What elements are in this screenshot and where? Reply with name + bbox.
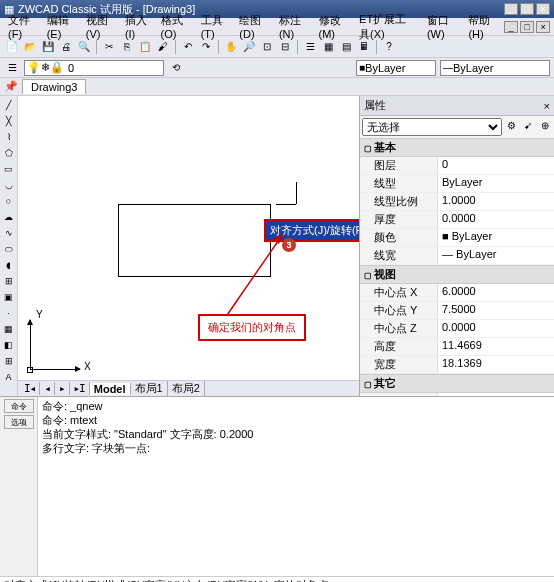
layers-manager-icon[interactable]: ☰: [4, 60, 20, 76]
open-icon[interactable]: 📂: [22, 39, 38, 55]
match-icon[interactable]: 🖌: [155, 39, 171, 55]
cut-icon[interactable]: ✂: [101, 39, 117, 55]
zoom-icon[interactable]: 🔎: [241, 39, 257, 55]
prop-centerx-value[interactable]: 6.0000: [438, 284, 554, 301]
prop-lineweight-value[interactable]: — ByLayer: [438, 247, 554, 264]
cat-view[interactable]: 视图: [360, 265, 554, 284]
rect-icon[interactable]: ▭: [2, 162, 16, 176]
pline-icon[interactable]: ⌇: [2, 130, 16, 144]
ellipse-icon[interactable]: ⬭: [2, 242, 16, 256]
toggle-pickadd-icon[interactable]: ⊕: [538, 118, 552, 132]
menu-modify[interactable]: 修改(M): [315, 13, 354, 40]
xline-icon[interactable]: ╳: [2, 114, 16, 128]
color-dropdown[interactable]: ■ ByLayer: [356, 60, 436, 76]
ellipse-arc-icon[interactable]: ◖: [2, 258, 16, 272]
command-input[interactable]: 对齐方式(J)/旋转(R)/样式(S)/字高(H)/方向(D)/字宽(W)/<字…: [0, 576, 554, 582]
prop-layer-value[interactable]: 0: [438, 157, 554, 174]
spline-icon[interactable]: ∿: [2, 226, 16, 240]
zoom-window-icon[interactable]: ⊡: [259, 39, 275, 55]
close-button[interactable]: ×: [536, 3, 550, 15]
linetype-dropdown[interactable]: — ByLayer: [440, 60, 550, 76]
layer-dropdown[interactable]: 💡❄🔒 0: [24, 60, 164, 76]
table-icon[interactable]: ⊞: [2, 354, 16, 368]
menu-dim[interactable]: 标注(N): [275, 13, 313, 40]
revcloud-icon[interactable]: ☁: [2, 210, 16, 224]
zoom-prev-icon[interactable]: ⊟: [277, 39, 293, 55]
tab-nav-last[interactable]: ▸I: [70, 382, 90, 395]
menu-et[interactable]: ET扩展工具(X): [355, 12, 421, 42]
tab-nav-next[interactable]: ▸: [55, 382, 70, 395]
props-close-icon[interactable]: ×: [544, 100, 550, 112]
copy-icon[interactable]: ⎘: [119, 39, 135, 55]
selection-dropdown[interactable]: 无选择: [362, 118, 502, 136]
help-icon[interactable]: ?: [381, 39, 397, 55]
tab-layout1[interactable]: 布局1: [131, 381, 168, 396]
cmd-command-button[interactable]: 命令: [4, 399, 34, 413]
redo-icon[interactable]: ↷: [198, 39, 214, 55]
toolpalette-icon[interactable]: ▤: [338, 39, 354, 55]
cmd-options-button[interactable]: 选项: [4, 415, 34, 429]
polygon-icon[interactable]: ⬠: [2, 146, 16, 160]
prop-thickness-value[interactable]: 0.0000: [438, 211, 554, 228]
mtext-icon[interactable]: A: [2, 370, 16, 384]
menu-edit[interactable]: 编辑(E): [43, 13, 80, 40]
tab-nav-first[interactable]: I◂: [20, 382, 40, 395]
pan-icon[interactable]: ✋: [223, 39, 239, 55]
doc-maximize-button[interactable]: □: [520, 21, 534, 33]
menu-draw[interactable]: 绘图(D): [235, 13, 273, 40]
doc-minimize-button[interactable]: _: [504, 21, 518, 33]
prop-color-value[interactable]: ■ ByLayer: [438, 229, 554, 246]
region-icon[interactable]: ◧: [2, 338, 16, 352]
point-icon[interactable]: ·: [2, 306, 16, 320]
pin-icon[interactable]: 📌: [4, 80, 18, 93]
designcenter-icon[interactable]: ▦: [320, 39, 336, 55]
circle-icon[interactable]: ○: [2, 194, 16, 208]
preview-icon[interactable]: 🔍: [76, 39, 92, 55]
menu-window[interactable]: 窗口(W): [423, 13, 463, 40]
undo-icon[interactable]: ↶: [180, 39, 196, 55]
command-history[interactable]: 命令: _qnew 命令: mtext 当前文字样式: "Standard" 文…: [38, 397, 554, 576]
tab-nav-prev[interactable]: ◂: [40, 382, 55, 395]
quick-select-icon[interactable]: ⚙: [504, 118, 518, 132]
layer-current: 0: [68, 62, 74, 74]
prop-centery-value[interactable]: 7.5000: [438, 302, 554, 319]
prompt-text: 对齐方式(J)/旋转(R)/样式(S)/字高(H)/方向(D)/字宽(W)/<字…: [270, 224, 359, 236]
menu-file[interactable]: 文件(F): [4, 13, 41, 40]
tab-model[interactable]: Model: [90, 383, 131, 395]
drawing-canvas[interactable]: 对齐方式(J)/旋转(R)/样式(S)/字高(H)/方向(D)/字宽(W)/<字…: [18, 96, 359, 380]
select-objects-icon[interactable]: ➹: [521, 118, 535, 132]
tab-layout2[interactable]: 布局2: [168, 381, 205, 396]
menu-tools[interactable]: 工具(T): [197, 13, 234, 40]
layer-status-icons: 💡❄🔒: [27, 61, 64, 74]
layer-prev-icon[interactable]: ⟲: [168, 60, 184, 76]
prop-ucs-value[interactable]: 是: [438, 393, 554, 396]
new-icon[interactable]: 📄: [4, 39, 20, 55]
doc-close-button[interactable]: ×: [536, 21, 550, 33]
print-icon[interactable]: 🖨: [58, 39, 74, 55]
paste-icon[interactable]: 📋: [137, 39, 153, 55]
menu-view[interactable]: 视图(V): [82, 13, 119, 40]
make-block-icon[interactable]: ▣: [2, 290, 16, 304]
calc-icon[interactable]: 🖩: [356, 39, 372, 55]
menu-help[interactable]: 帮助(H): [464, 13, 502, 40]
prop-height-value[interactable]: 11.4669: [438, 338, 554, 355]
cat-basic[interactable]: 基本: [360, 138, 554, 157]
line-icon[interactable]: ╱: [2, 98, 16, 112]
doc-tab-label: Drawing3: [31, 81, 77, 93]
minimize-button[interactable]: _: [504, 3, 518, 15]
insert-block-icon[interactable]: ⊞: [2, 274, 16, 288]
hatch-icon[interactable]: ▦: [2, 322, 16, 336]
menu-format[interactable]: 格式(O): [157, 13, 195, 40]
tab-drawing3[interactable]: Drawing3: [22, 79, 86, 94]
prop-ltscale-value[interactable]: 1.0000: [438, 193, 554, 210]
properties-panel: 属性 × 无选择 ⚙ ➹ ⊕ 基本 图层0 线型ByLayer 线型比例1.00…: [359, 96, 554, 396]
prop-linetype-value[interactable]: ByLayer: [438, 175, 554, 192]
prop-width-value[interactable]: 18.1369: [438, 356, 554, 373]
props-icon[interactable]: ☰: [302, 39, 318, 55]
prop-centerz-value[interactable]: 0.0000: [438, 320, 554, 337]
cat-other[interactable]: 其它: [360, 374, 554, 393]
maximize-button[interactable]: □: [520, 3, 534, 15]
menu-insert[interactable]: 插入(I): [121, 13, 155, 40]
arc-icon[interactable]: ◡: [2, 178, 16, 192]
save-icon[interactable]: 💾: [40, 39, 56, 55]
